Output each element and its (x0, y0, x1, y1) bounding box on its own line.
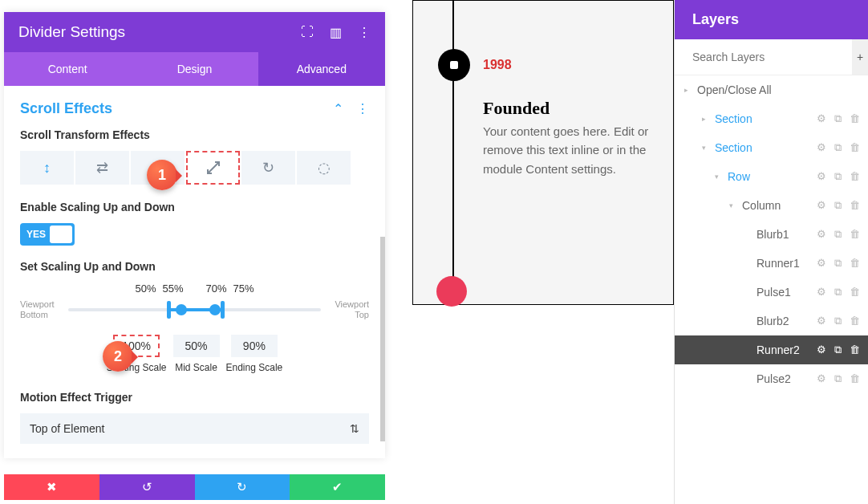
gear-icon[interactable]: ⚙ (817, 372, 826, 385)
slider-track[interactable] (68, 308, 321, 311)
layer-item[interactable]: Blurb2⚙⧉🗑 (675, 307, 868, 335)
gear-icon[interactable]: ⚙ (817, 286, 826, 299)
gear-icon[interactable]: ⚙ (817, 199, 826, 212)
layer-item[interactable]: Pulse2⚙⧉🗑 (675, 364, 868, 393)
timeline-dot (436, 276, 467, 307)
undo-button[interactable]: ↺ (99, 474, 195, 500)
copy-icon[interactable]: ⧉ (834, 141, 842, 154)
section-header: Scroll Effects ⌃ ⋮ (20, 100, 369, 117)
layer-item[interactable]: Blurb1⚙⧉🗑 (675, 220, 868, 249)
timeline-line (452, 0, 454, 305)
ending-scale-label: Ending Scale (226, 362, 283, 375)
settings-panel: Divider Settings ⛶ ▥ ⋮ Content Design Ad… (4, 12, 385, 458)
layer-item[interactable]: ▾Column⚙⧉🗑 (675, 191, 868, 220)
enable-label: Enable Scaling Up and Down (20, 201, 369, 213)
preview-body: Your content goes here. Edit or remove t… (483, 122, 659, 178)
effect-icons: ↕ ⇄ ↻ ◌ (20, 151, 369, 185)
trash-icon[interactable]: 🗑 (850, 199, 860, 212)
panel-body: Scroll Effects ⌃ ⋮ Scroll Transform Effe… (4, 86, 385, 458)
gear-icon[interactable]: ⚙ (817, 170, 826, 183)
blur-icon[interactable]: ◌ (297, 151, 351, 185)
layers-search-input[interactable] (675, 39, 852, 75)
callout-2: 2 (103, 341, 133, 372)
gear-icon[interactable]: ⚙ (817, 257, 826, 270)
more-icon[interactable]: ⋮ (358, 25, 371, 40)
section-title: Scroll Effects (20, 100, 112, 117)
scrollbar[interactable] (380, 237, 385, 441)
gear-icon[interactable]: ⚙ (817, 228, 826, 241)
trash-icon[interactable]: 🗑 (850, 141, 860, 154)
year-text: 1998 (483, 58, 512, 72)
gear-icon[interactable]: ⚙ (817, 343, 826, 356)
effects-label: Scroll Transform Effects (20, 128, 369, 141)
enable-toggle[interactable]: YES (20, 223, 75, 246)
mid-scale-input[interactable] (173, 335, 220, 357)
copy-icon[interactable]: ⧉ (834, 112, 842, 125)
trigger-select[interactable]: Top of Element⇅ (20, 413, 369, 444)
add-layer-button[interactable]: + (852, 39, 868, 75)
trash-icon[interactable]: 🗑 (850, 170, 860, 183)
select-caret-icon: ⇅ (350, 422, 359, 435)
gear-icon[interactable]: ⚙ (817, 141, 826, 154)
trash-icon[interactable]: 🗑 (850, 315, 860, 327)
horizontal-motion-icon[interactable]: ⇄ (75, 151, 129, 185)
layer-item[interactable]: Runner1⚙⧉🗑 (675, 249, 868, 278)
copy-icon[interactable]: ⧉ (834, 170, 842, 183)
preview-title: Founded (483, 98, 550, 119)
trash-icon[interactable]: 🗑 (850, 257, 860, 270)
trash-icon[interactable]: 🗑 (850, 286, 860, 299)
layer-tree: ▸Open/Close All ▸Section⚙⧉🗑▾Section⚙⧉🗑▾R… (675, 75, 868, 393)
tab-content[interactable]: Content (4, 52, 131, 86)
copy-icon[interactable]: ⧉ (834, 372, 842, 385)
vp-top-label: Viewport Top (327, 299, 369, 320)
layout-icon[interactable]: ▥ (330, 25, 342, 40)
tab-advanced[interactable]: Advanced (258, 52, 385, 86)
gear-icon[interactable]: ⚙ (817, 315, 826, 327)
trash-icon[interactable]: 🗑 (850, 372, 860, 385)
copy-icon[interactable]: ⧉ (834, 257, 842, 270)
header-actions: ⛶ ▥ ⋮ (301, 25, 371, 40)
section-more-icon[interactable]: ⋮ (356, 101, 369, 116)
copy-icon[interactable]: ⧉ (834, 343, 842, 356)
panel-header: Divider Settings ⛶ ▥ ⋮ (4, 12, 385, 52)
mid-scale-label: Mid Scale (175, 362, 217, 375)
layer-item[interactable]: ▾Row⚙⧉🗑 (675, 162, 868, 191)
callout-1: 1 (147, 160, 177, 190)
scaling-icon[interactable] (186, 151, 240, 185)
redo-button[interactable]: ↻ (195, 474, 290, 500)
svg-line-0 (208, 162, 219, 173)
vertical-motion-icon[interactable]: ↕ (20, 151, 74, 185)
scaling-label: Set Scaling Up and Down (20, 260, 369, 273)
trash-icon[interactable]: 🗑 (850, 343, 860, 356)
layer-item[interactable]: Pulse1⚙⧉🗑 (675, 278, 868, 307)
timeline-marker (438, 49, 470, 81)
cancel-button[interactable]: ✖ (4, 474, 99, 500)
trigger-label: Motion Effect Trigger (20, 391, 369, 404)
tabs: Content Design Advanced (4, 52, 385, 86)
copy-icon[interactable]: ⧉ (834, 199, 842, 212)
tick-labels: 50%55% 70%75% (20, 282, 369, 295)
layers-title: Layers (675, 0, 868, 39)
copy-icon[interactable]: ⧉ (834, 315, 842, 327)
layer-item[interactable]: ▾Section⚙⧉🗑 (675, 133, 868, 162)
layers-panel: Layers + ▸Open/Close All ▸Section⚙⧉🗑▾Sec… (674, 0, 868, 504)
layer-item[interactable]: Runner2⚙⧉🗑 (675, 335, 868, 364)
collapse-icon[interactable]: ⌃ (333, 101, 343, 116)
rotate-icon[interactable]: ↻ (241, 151, 295, 185)
layer-item[interactable]: ▸Section⚙⧉🗑 (675, 104, 868, 133)
open-close-all[interactable]: ▸Open/Close All (675, 75, 868, 104)
panel-title: Divider Settings (18, 23, 125, 41)
copy-icon[interactable]: ⧉ (834, 286, 842, 299)
fullscreen-icon[interactable]: ⛶ (301, 25, 314, 39)
copy-icon[interactable]: ⧉ (834, 228, 842, 241)
footer-bar: ✖ ↺ ↻ ✔ (4, 474, 385, 500)
tab-design[interactable]: Design (131, 52, 258, 86)
trash-icon[interactable]: 🗑 (850, 112, 860, 125)
gear-icon[interactable]: ⚙ (817, 112, 826, 125)
vp-bottom-label: Viewport Bottom (20, 299, 62, 320)
trash-icon[interactable]: 🗑 (850, 228, 860, 241)
slider-area: 50%55% 70%75% Viewport Bottom Viewport T… (20, 282, 369, 375)
ending-scale-input[interactable] (231, 335, 278, 357)
save-button[interactable]: ✔ (290, 474, 385, 500)
